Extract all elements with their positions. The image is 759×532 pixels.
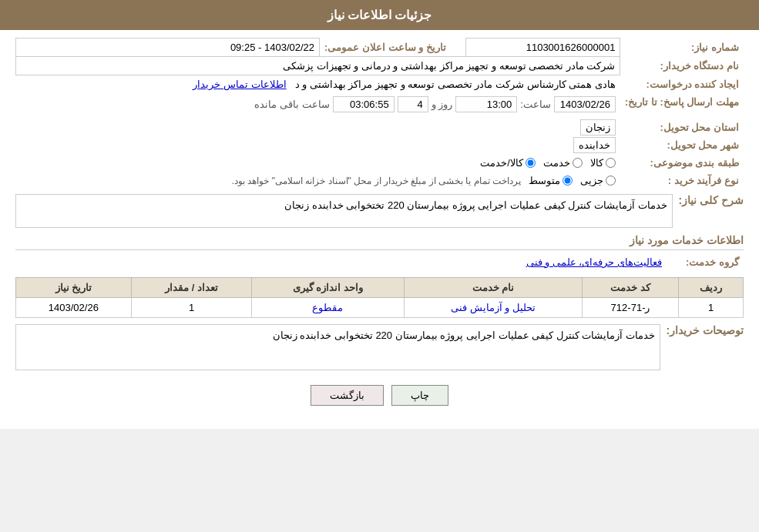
category-radio1-label: کالا xyxy=(590,157,603,169)
table-cell-name: تحلیل و آزمایش فنی xyxy=(404,298,582,318)
purchase-type-label: نوع فرآیند خرید : xyxy=(620,172,744,189)
announce-value: 1403/02/22 - 09:25 xyxy=(16,38,320,57)
need-summary-area: خدمات آزمایشات کنترل کیفی عملیات اجرایی … xyxy=(15,194,673,228)
city-label: شهر محل تحویل: xyxy=(620,136,744,154)
purchase-radio1-item: جزیی xyxy=(580,175,616,186)
purchase-radio-row: جزیی متوسط پرداخت تمام یا بخشی از مبلغ خ… xyxy=(21,175,616,186)
category-label: طبقه بندی موضوعی: xyxy=(620,154,744,172)
service-group-row: گروه خدمت: فعالیت‌های حرفه‌ای، علمی و فن… xyxy=(15,253,744,271)
content-area: شماره نیاز: 1103001626000001 تاریخ و ساع… xyxy=(0,30,759,413)
category-radio3-item: کالا/خدمت xyxy=(480,157,536,169)
requester-value-cell: هادی همتی کارشناس شرکت مادر تخصصی توسعه … xyxy=(16,75,620,94)
service-table-header-row: ردیف کد خدمت نام خدمت واحد اندازه گیری ت… xyxy=(16,278,744,298)
requester-link[interactable]: اطلاعات تماس خریدار xyxy=(193,79,286,90)
remaining-label: ساعت باقی مانده xyxy=(254,99,329,110)
buyer-org-value: شرکت مادر تخصصی توسعه و تجهیز مراکز بهدا… xyxy=(16,57,620,75)
page-container: جزئیات اطلاعات نیاز شماره نیاز: 11030016… xyxy=(0,0,759,429)
category-radio2-label: خدمت xyxy=(543,157,570,169)
service-group-value[interactable]: فعالیت‌های حرفه‌ای، علمی و فنی xyxy=(526,256,662,268)
purchase-note: پرداخت تمام یا بخشی از مبلغ خریدار از مح… xyxy=(232,176,521,186)
need-summary-value: خدمات آزمایشات کنترل کیفی عملیات اجرایی … xyxy=(15,194,673,228)
col-qty: تعداد / مقدار xyxy=(131,278,252,298)
days-value: 4 xyxy=(398,96,428,112)
category-radio3-label: کالا/خدمت xyxy=(480,157,523,169)
row-buyer-org: نام دستگاه خریدار: شرکت مادر تخصصی توسعه… xyxy=(16,57,744,75)
category-radio1-input[interactable] xyxy=(606,158,616,168)
row-deadline: مهلت ارسال پاسخ: تا تاریخ: 1403/02/26 سا… xyxy=(16,93,744,119)
requester-value: هادی همتی کارشناس شرکت مادر تخصصی توسعه … xyxy=(295,79,616,90)
buyer-org-label: نام دستگاه خریدار: xyxy=(620,57,744,75)
city-value-cell: خدابنده xyxy=(16,136,620,154)
deadline-row-line: 1403/02/26 ساعت: 13:00 روز و 4 03:06:55 … xyxy=(21,96,616,112)
service-group-table: گروه خدمت: فعالیت‌های حرفه‌ای، علمی و فن… xyxy=(15,253,744,271)
date-value: 1403/02/26 xyxy=(554,96,616,112)
days-label: روز و xyxy=(432,99,453,110)
buyer-desc-value xyxy=(15,324,660,370)
service-table-head: ردیف کد خدمت نام خدمت واحد اندازه گیری ت… xyxy=(16,278,744,298)
service-table-body: 1ر-71-712تحلیل و آزمایش فنیمقطوع11403/02… xyxy=(16,298,744,318)
need-number-label: شماره نیاز: xyxy=(620,38,744,57)
row-requester: ایجاد کننده درخواست: هادی همتی کارشناس ش… xyxy=(16,75,744,94)
province-value: زنجان xyxy=(580,119,616,136)
row-province: استان محل تحویل: زنجان xyxy=(16,119,744,136)
back-button[interactable]: بازگشت xyxy=(311,385,384,406)
service-table: ردیف کد خدمت نام خدمت واحد اندازه گیری ت… xyxy=(15,277,744,318)
page-title: جزئیات اطلاعات نیاز xyxy=(327,8,432,22)
deadline-label: مهلت ارسال پاسخ: تا تاریخ: xyxy=(620,93,744,119)
print-button[interactable]: چاپ xyxy=(391,385,448,406)
button-row: چاپ بازگشت xyxy=(15,385,744,406)
category-radio2-input[interactable] xyxy=(573,158,583,168)
time-label: ساعت: xyxy=(520,99,551,110)
purchase-radio1-label: جزیی xyxy=(580,175,603,186)
category-radio-row: کالا خدمت کالا/خدمت xyxy=(21,157,616,169)
city-value: خدابنده xyxy=(573,137,616,153)
purchase-radio1-input[interactable] xyxy=(606,176,616,186)
row-city: شهر محل تحویل: خدابنده xyxy=(16,136,744,154)
purchase-radio2-label: متوسط xyxy=(529,175,560,186)
col-unit: واحد اندازه گیری xyxy=(252,278,404,298)
service-group-label: گروه خدمت: xyxy=(667,253,744,271)
row-purchase-type: نوع فرآیند خرید : جزیی متوسط پرداخت تمام… xyxy=(16,172,744,189)
purchase-radio2-input[interactable] xyxy=(563,176,573,186)
need-number-value: 1103001626000001 xyxy=(466,38,620,57)
province-value-cell: زنجان xyxy=(16,119,620,136)
requester-label: ایجاد کننده درخواست: xyxy=(620,75,744,94)
need-summary-row: شرح کلی نیاز: خدمات آزمایشات کنترل کیفی … xyxy=(15,194,744,228)
services-section-label: اطلاعات خدمات مورد نیاز xyxy=(15,234,744,250)
col-name: نام خدمت xyxy=(404,278,582,298)
category-radio2-item: خدمت xyxy=(543,157,583,169)
province-label: استان محل تحویل: xyxy=(620,119,744,136)
remaining-value: 03:06:55 xyxy=(333,96,395,112)
main-info-table: شماره نیاز: 1103001626000001 تاریخ و ساع… xyxy=(15,38,744,189)
buyer-desc-row: توصیحات خریدار: xyxy=(15,324,744,373)
col-row: ردیف xyxy=(679,278,744,298)
purchase-radio2-item: متوسط xyxy=(529,175,573,186)
deadline-row-cell: 1403/02/26 ساعت: 13:00 روز و 4 03:06:55 … xyxy=(16,93,620,119)
page-header: جزئیات اطلاعات نیاز xyxy=(0,0,759,30)
row-category: طبقه بندی موضوعی: کالا خدمت xyxy=(16,154,744,172)
row-need-number: شماره نیاز: 1103001626000001 تاریخ و ساع… xyxy=(16,38,744,57)
category-radio1-item: کالا xyxy=(590,157,616,169)
buyer-desc-label: توصیحات خریدار: xyxy=(667,324,744,340)
buyer-desc-area xyxy=(15,324,660,373)
announce-label: تاریخ و ساعت اعلان عمومی: xyxy=(320,38,451,57)
table-cell-quantity: 1 xyxy=(131,298,252,318)
time-value: 13:00 xyxy=(455,96,517,112)
service-group-value-cell: فعالیت‌های حرفه‌ای، علمی و فنی xyxy=(15,253,667,271)
purchase-type-cell: جزیی متوسط پرداخت تمام یا بخشی از مبلغ خ… xyxy=(16,172,620,189)
category-radio3-input[interactable] xyxy=(526,158,536,168)
table-cell-code: ر-71-712 xyxy=(582,298,678,318)
col-date: تاریخ نیاز xyxy=(16,278,132,298)
table-cell-date: 1403/02/26 xyxy=(16,298,132,318)
table-cell-row: 1 xyxy=(679,298,744,318)
need-summary-label: شرح کلی نیاز: xyxy=(679,194,744,209)
table-cell-unit: مقطوع xyxy=(252,298,404,318)
category-radios: کالا خدمت کالا/خدمت xyxy=(16,154,620,172)
table-row: 1ر-71-712تحلیل و آزمایش فنیمقطوع11403/02… xyxy=(16,298,744,318)
col-code: کد خدمت xyxy=(582,278,678,298)
